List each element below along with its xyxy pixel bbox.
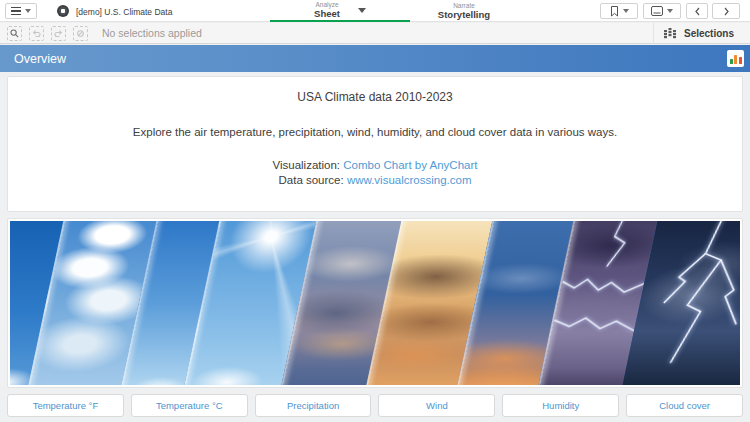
datasource-link[interactable]: www.visualcrossing.com xyxy=(347,174,472,186)
step-forward-button[interactable] xyxy=(51,26,66,41)
next-sheet-button[interactable] xyxy=(712,3,740,19)
caret-down-icon xyxy=(623,9,629,13)
sheet-icon xyxy=(651,6,663,16)
sheets-button[interactable] xyxy=(643,3,681,19)
chevron-right-icon xyxy=(723,7,730,16)
hamburger-icon xyxy=(11,7,21,16)
caret-down-icon xyxy=(667,9,673,13)
smart-search-button[interactable] xyxy=(7,26,22,41)
page-title: USA Climate data 2010-2023 xyxy=(297,90,452,104)
nav-button-temperature-f[interactable]: Temperature °F xyxy=(7,394,124,417)
selections-status-text: No selections applied xyxy=(102,27,202,39)
previous-sheet-button[interactable] xyxy=(686,3,708,19)
datasource-label: Data source: xyxy=(278,174,346,186)
selections-bar: No selections applied Selections xyxy=(0,23,750,44)
clear-selections-button[interactable] xyxy=(73,26,88,41)
step-back-button[interactable] xyxy=(29,26,44,41)
bar-chart-icon xyxy=(727,50,744,67)
page-description: Explore the air temperature, precipitati… xyxy=(133,126,617,138)
undo-arrow-icon xyxy=(32,29,41,38)
datasource-line: Data source: www.visualcrossing.com xyxy=(278,174,471,186)
app-title: [demo] U.S. Climate Data xyxy=(76,7,172,17)
bookmarks-button[interactable] xyxy=(600,3,638,19)
tab-analyze-sheet[interactable]: Analyze Sheet xyxy=(270,0,410,22)
nav-button-humidity[interactable]: Humidity xyxy=(502,394,619,417)
search-icon xyxy=(10,29,19,38)
nav-button-precipitation[interactable]: Precipitation xyxy=(255,394,372,417)
tab-storytelling-label: Storytelling xyxy=(438,10,490,20)
intro-text-panel: USA Climate data 2010-2023 Explore the a… xyxy=(7,76,743,212)
nav-button-temperature-c[interactable]: Temperature °C xyxy=(131,394,248,417)
redo-arrow-icon xyxy=(54,29,63,38)
selections-tool-button[interactable]: Selections xyxy=(653,23,744,44)
bookmark-icon xyxy=(610,6,619,17)
sheet-nav-buttons: Temperature °F Temperature °C Precipitat… xyxy=(7,394,743,417)
top-bar: [demo] U.S. Climate Data Analyze Sheet N… xyxy=(0,0,750,22)
sheet-title: Overview xyxy=(0,52,66,66)
nav-button-cloud-cover[interactable]: Cloud cover xyxy=(626,394,743,417)
weather-collage-image xyxy=(10,221,740,385)
selections-grid-icon xyxy=(664,28,676,39)
visualization-link[interactable]: Combo Chart by AnyChart xyxy=(343,159,477,171)
sheet-dropdown-chevron-icon[interactable] xyxy=(358,8,366,13)
global-menu-button[interactable] xyxy=(5,3,37,19)
sheet-content: USA Climate data 2010-2023 Explore the a… xyxy=(0,72,750,422)
weather-image-panel xyxy=(7,218,743,388)
visualization-label: Visualization: xyxy=(273,159,344,171)
app-logo xyxy=(57,5,69,17)
visualization-line: Visualization: Combo Chart by AnyChart xyxy=(273,159,478,171)
sheet-header: Overview xyxy=(0,45,750,72)
tab-narrate-storytelling[interactable]: Narrate Storytelling xyxy=(418,0,510,22)
nav-button-wind[interactable]: Wind xyxy=(378,394,495,417)
caret-down-icon xyxy=(25,9,31,13)
chevron-left-icon xyxy=(694,7,701,16)
tab-sheet-label: Sheet xyxy=(314,9,340,19)
selections-tool-label: Selections xyxy=(684,28,734,39)
clear-icon xyxy=(76,29,85,38)
